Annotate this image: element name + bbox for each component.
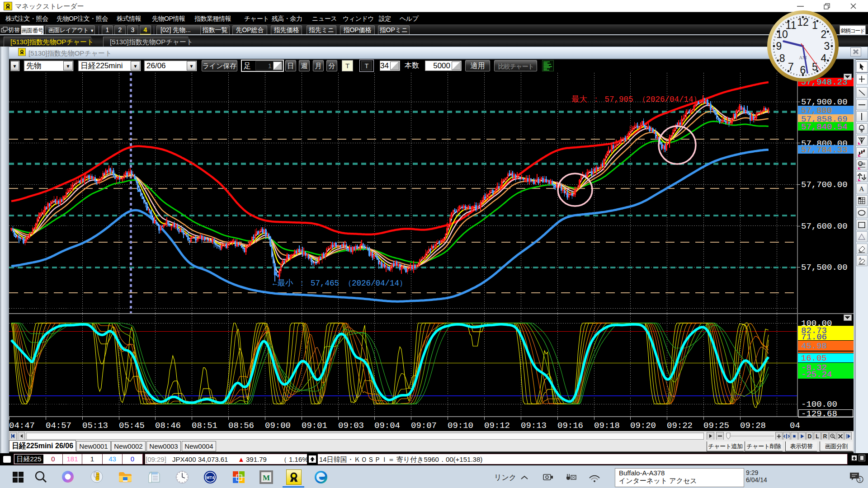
svg-text:6: 6 <box>800 64 806 76</box>
svg-text:05:45: 05:45 <box>119 421 145 431</box>
svg-text:09:22: 09:22 <box>667 421 693 431</box>
svg-text:09:07: 09:07 <box>411 421 437 431</box>
svg-text:09:25: 09:25 <box>703 421 729 431</box>
svg-text:←最小 ： 57,465 （2026/04/14）: ←最小 ： 57,465 （2026/04/14） <box>273 279 407 288</box>
svg-text:3: 3 <box>824 40 830 52</box>
svg-text:12: 12 <box>797 16 809 28</box>
svg-text:08:51: 08:51 <box>192 421 217 431</box>
svg-text:04:57: 04:57 <box>46 421 71 431</box>
svg-text:7: 7 <box>788 61 794 73</box>
svg-text:最大 ： 57,905 （2026/04/14）→: 最大 ： 57,905 （2026/04/14）→ <box>571 95 706 104</box>
svg-text:8: 8 <box>779 52 785 64</box>
svg-text:57,600.00: 57,600.00 <box>801 221 848 231</box>
svg-text:09:20: 09:20 <box>630 421 656 431</box>
svg-text:45.98: 45.98 <box>801 341 827 351</box>
svg-text:09:12: 09:12 <box>484 421 510 431</box>
svg-text:1: 1 <box>812 19 818 31</box>
svg-text:09:00: 09:00 <box>265 421 291 431</box>
svg-text:09:01: 09:01 <box>302 421 327 431</box>
svg-text:04: 04 <box>790 421 800 431</box>
svg-text:09:10: 09:10 <box>448 421 473 431</box>
svg-text:09:03: 09:03 <box>338 421 364 431</box>
svg-text:57,700.00: 57,700.00 <box>801 180 848 190</box>
svg-text:71.06: 71.06 <box>801 332 827 342</box>
svg-text:2: 2 <box>821 28 827 40</box>
svg-text:9: 9 <box>776 40 782 52</box>
svg-text:08:56: 08:56 <box>228 421 254 431</box>
svg-text:-100.00: -100.00 <box>801 399 837 409</box>
svg-text:4: 4 <box>821 52 827 64</box>
svg-text:09:18: 09:18 <box>594 421 620 431</box>
svg-text:09:13: 09:13 <box>521 421 547 431</box>
svg-text:-25.24: -25.24 <box>801 370 832 380</box>
svg-text:57,840.54: 57,840.54 <box>801 122 848 132</box>
svg-text:04:47: 04:47 <box>9 421 35 431</box>
svg-text:11: 11 <box>786 19 797 31</box>
svg-text:16.05: 16.05 <box>801 353 827 363</box>
svg-text:57,500.00: 57,500.00 <box>801 263 848 272</box>
svg-text:09:04: 09:04 <box>374 421 400 431</box>
svg-text:08:46: 08:46 <box>155 421 181 431</box>
svg-text:05:13: 05:13 <box>82 421 108 431</box>
svg-text:09:16: 09:16 <box>557 421 583 431</box>
svg-text:09:28: 09:28 <box>740 421 766 431</box>
svg-text:-129.68: -129.68 <box>801 409 837 419</box>
svg-text:57,784.33: 57,784.33 <box>801 145 848 155</box>
